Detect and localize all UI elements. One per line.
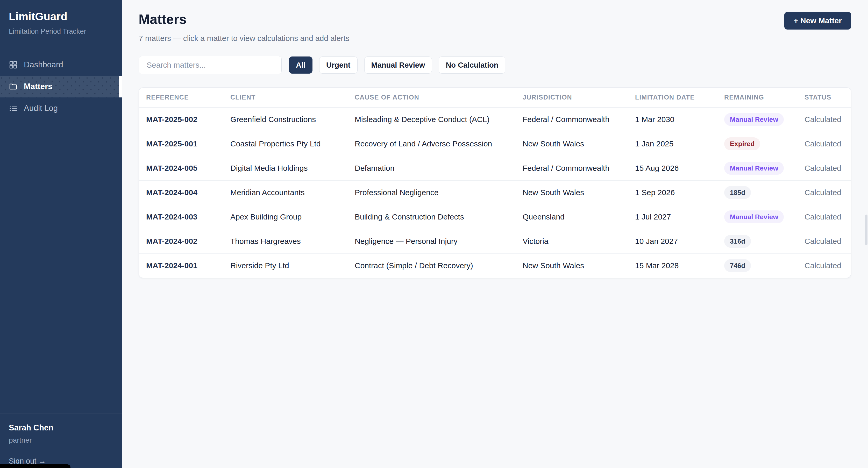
table-row[interactable]: MAT-2024-005Digital Media HoldingsDefama…: [139, 156, 851, 180]
list-icon: [9, 104, 18, 113]
cell-limitation-date: 15 Mar 2028: [628, 253, 717, 278]
cell-client: Digital Media Holdings: [223, 156, 347, 180]
cell-jurisdiction: New South Wales: [515, 132, 628, 156]
filter-manual-review[interactable]: Manual Review: [364, 57, 432, 73]
vertical-scrollbar[interactable]: [865, 215, 867, 245]
column-header-jurisdiction: JURISDICTION: [515, 88, 628, 107]
cell-reference: MAT-2024-002: [139, 229, 223, 253]
cell-status: Calculated: [797, 107, 851, 132]
app-logo: LimitGuard: [9, 10, 113, 23]
cell-jurisdiction: New South Wales: [515, 180, 628, 205]
cell-cause-of-action: Negligence — Personal Injury: [347, 229, 515, 253]
remaining-badge: Manual Review: [724, 211, 784, 223]
remaining-badge: Manual Review: [724, 113, 784, 126]
filter-no-calculation[interactable]: No Calculation: [439, 57, 505, 73]
cell-remaining: Manual Review: [717, 156, 797, 180]
cell-limitation-date: 1 Mar 2030: [628, 107, 717, 132]
toolbar: All Urgent Manual Review No Calculation: [138, 56, 851, 74]
sidebar-item-label: Audit Log: [24, 104, 58, 113]
new-matter-button[interactable]: + New Matter: [784, 12, 851, 30]
folder-icon: [9, 82, 18, 91]
matters-table: REFERENCE CLIENT CAUSE OF ACTION JURISDI…: [139, 88, 851, 278]
cell-cause-of-action: Misleading & Deceptive Conduct (ACL): [347, 107, 515, 132]
page-title: Matters: [138, 11, 851, 27]
cell-remaining: Manual Review: [717, 205, 797, 229]
column-header-reference: REFERENCE: [139, 88, 223, 107]
filter-urgent[interactable]: Urgent: [319, 57, 357, 73]
cell-client: Thomas Hargreaves: [223, 229, 347, 253]
cell-limitation-date: 1 Jul 2027: [628, 205, 717, 229]
remaining-badge: 316d: [724, 235, 751, 248]
cell-client: Meridian Accountants: [223, 180, 347, 205]
cell-cause-of-action: Defamation: [347, 156, 515, 180]
column-header-cause-of-action: CAUSE OF ACTION: [347, 88, 515, 107]
cell-status: Calculated: [797, 156, 851, 180]
page-header: Matters 7 matters — click a matter to vi…: [138, 11, 851, 43]
cell-cause-of-action: Recovery of Land / Adverse Possession: [347, 132, 515, 156]
cell-client: Riverside Pty Ltd: [223, 253, 347, 278]
table-row[interactable]: MAT-2024-002Thomas HargreavesNegligence …: [139, 229, 851, 253]
cell-client: Coastal Properties Pty Ltd: [223, 132, 347, 156]
cell-jurisdiction: Federal / Commonwealth: [515, 107, 628, 132]
matters-table-body: MAT-2025-002Greenfield ConstructionsMisl…: [139, 107, 851, 278]
sidebar-item-audit-log[interactable]: Audit Log: [0, 97, 122, 119]
sidebar-item-matters[interactable]: Matters: [0, 76, 122, 97]
cell-limitation-date: 10 Jan 2027: [628, 229, 717, 253]
cell-limitation-date: 1 Jan 2025: [628, 132, 717, 156]
sidebar: LimitGuard Limitation Period Tracker Das…: [0, 0, 122, 468]
cell-reference: MAT-2024-003: [139, 205, 223, 229]
cell-status: Calculated: [797, 205, 851, 229]
cell-status: Calculated: [797, 180, 851, 205]
cell-client: Greenfield Constructions: [223, 107, 347, 132]
table-row[interactable]: MAT-2024-004Meridian AccountantsProfessi…: [139, 180, 851, 205]
filter-all[interactable]: All: [289, 57, 312, 73]
filter-group: All Urgent Manual Review No Calculation: [289, 57, 505, 73]
cell-reference: MAT-2024-001: [139, 253, 223, 278]
table-row[interactable]: MAT-2025-001Coastal Properties Pty LtdRe…: [139, 132, 851, 156]
cell-jurisdiction: New South Wales: [515, 253, 628, 278]
column-header-remaining: REMAINING: [717, 88, 797, 107]
table-row[interactable]: MAT-2024-001Riverside Pty LtdContract (S…: [139, 253, 851, 278]
app-tagline: Limitation Period Tracker: [9, 28, 113, 35]
cell-reference: MAT-2025-002: [139, 107, 223, 132]
sidebar-item-dashboard[interactable]: Dashboard: [0, 54, 122, 76]
user-role: partner: [9, 436, 113, 444]
cell-reference: MAT-2025-001: [139, 132, 223, 156]
cell-remaining: 316d: [717, 229, 797, 253]
link-preview-tooltip: [0, 464, 70, 468]
search-input[interactable]: [138, 56, 282, 74]
user-name: Sarah Chen: [9, 423, 113, 433]
sidebar-user-panel: Sarah Chen partner Sign out →: [0, 413, 122, 468]
remaining-badge: Manual Review: [724, 162, 784, 175]
table-row[interactable]: MAT-2024-003Apex Building GroupBuilding …: [139, 205, 851, 229]
cell-jurisdiction: Victoria: [515, 229, 628, 253]
cell-remaining: 185d: [717, 180, 797, 205]
cell-cause-of-action: Professional Negligence: [347, 180, 515, 205]
cell-cause-of-action: Contract (Simple / Debt Recovery): [347, 253, 515, 278]
table-header-row: REFERENCE CLIENT CAUSE OF ACTION JURISDI…: [139, 88, 851, 107]
cell-limitation-date: 1 Sep 2026: [628, 180, 717, 205]
matters-table-card: REFERENCE CLIENT CAUSE OF ACTION JURISDI…: [138, 87, 851, 278]
column-header-status: STATUS: [797, 88, 851, 107]
cell-status: Calculated: [797, 229, 851, 253]
cell-limitation-date: 15 Aug 2026: [628, 156, 717, 180]
remaining-badge: 746d: [724, 259, 751, 272]
page-subtitle: 7 matters — click a matter to view calcu…: [138, 34, 851, 43]
sidebar-header: LimitGuard Limitation Period Tracker: [0, 0, 122, 45]
table-row[interactable]: MAT-2025-002Greenfield ConstructionsMisl…: [139, 107, 851, 132]
column-header-limitation-date: LIMITATION DATE: [628, 88, 717, 107]
cell-remaining: Manual Review: [717, 107, 797, 132]
cell-jurisdiction: Federal / Commonwealth: [515, 156, 628, 180]
grid-icon: [9, 60, 18, 69]
cell-status: Calculated: [797, 132, 851, 156]
sidebar-item-label: Matters: [24, 82, 52, 91]
cell-status: Calculated: [797, 253, 851, 278]
cell-cause-of-action: Building & Construction Defects: [347, 205, 515, 229]
column-header-client: CLIENT: [223, 88, 347, 107]
cell-jurisdiction: Queensland: [515, 205, 628, 229]
cell-remaining: Expired: [717, 132, 797, 156]
cell-client: Apex Building Group: [223, 205, 347, 229]
cell-reference: MAT-2024-004: [139, 180, 223, 205]
remaining-badge: 185d: [724, 186, 751, 199]
sidebar-nav: Dashboard Matters Audit Log: [0, 45, 122, 119]
